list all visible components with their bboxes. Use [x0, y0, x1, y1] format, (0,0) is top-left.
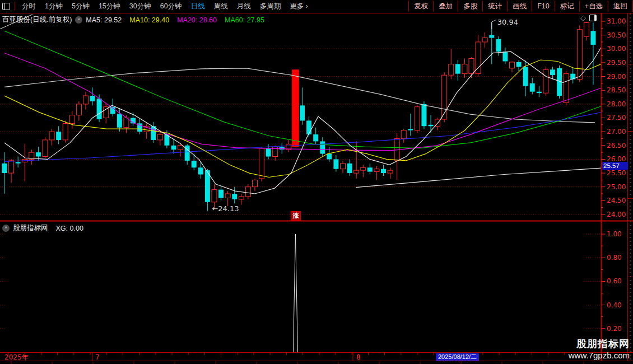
watermark: 股朋指标网 www.7gpzb.com [569, 337, 630, 360]
ma20-legend: MA20: 28.60 [177, 16, 217, 24]
month-label: 8 [356, 353, 361, 361]
month-label: 7 [95, 353, 100, 361]
svg-text:27.50: 27.50 [607, 114, 626, 122]
svg-text:30.94: 30.94 [497, 18, 518, 26]
svg-text:0.20: 0.20 [607, 325, 622, 333]
chevron-down-icon[interactable]: ˅ [2, 225, 10, 232]
period-item-8[interactable]: 月线 [232, 2, 255, 11]
signal-bar [292, 69, 299, 147]
indicator-header: ˅ 股朋指标网 XG: 0.00 [2, 223, 83, 233]
svg-text:0.60: 0.60 [607, 277, 622, 285]
svg-text:29.50: 29.50 [607, 59, 626, 67]
period-item-4[interactable]: 30分钟 [125, 2, 156, 11]
period-item-3[interactable]: 15分钟 [94, 2, 125, 11]
ma-long-white [4, 68, 595, 123]
svg-text:24.50: 24.50 [607, 197, 626, 204]
period-item-7[interactable]: 周线 [210, 2, 232, 11]
action-buttons: 复权叠加多股统计画线F10标记+自选返回 [408, 1, 633, 12]
svg-text:28.50: 28.50 [607, 86, 626, 94]
period-item-9[interactable]: 多周期 [255, 2, 286, 11]
action-button-1[interactable]: 叠加 [434, 1, 458, 12]
svg-text:25.00: 25.00 [607, 183, 626, 191]
svg-text:30.00: 30.00 [607, 45, 626, 53]
action-button-8[interactable]: 返回 [608, 1, 633, 12]
period-item-6[interactable]: 日线 [187, 2, 210, 11]
candlestick-chart[interactable]: 30.94←24.1331.0030.5030.0029.5029.0028.5… [0, 0, 633, 364]
svg-text:30.50: 30.50 [607, 31, 626, 39]
action-button-4[interactable]: 画线 [508, 1, 532, 12]
date-highlight: 2025/08/12/二 [436, 353, 479, 361]
period-item-5[interactable]: 60分钟 [156, 2, 187, 11]
window-split-icon[interactable] [2, 3, 10, 10]
ma5-legend: MA5: 29.52 [86, 16, 122, 24]
svg-text:27.00: 27.00 [607, 128, 626, 136]
period-item-10[interactable]: 更多 › [285, 2, 313, 11]
chart-header: 百亚股份(日线.前复权) ˅ MA5: 29.52 MA10: 29.40 MA… [2, 15, 272, 25]
stock-title: 百亚股份(日线.前复权) [2, 15, 72, 25]
side-scroll-strip[interactable] [627, 13, 633, 361]
svg-text:25.50: 25.50 [607, 169, 626, 177]
app-window: 30.94←24.1331.0030.5030.0029.5029.0028.5… [0, 0, 633, 364]
action-button-0[interactable]: 复权 [409, 1, 434, 12]
svg-text:←24.13: ←24.13 [212, 204, 239, 213]
indicator-title: 股朋指标网 [13, 223, 48, 233]
toolbar-separator [15, 2, 15, 11]
period-item-2[interactable]: 5分钟 [67, 2, 94, 11]
svg-text:28.00: 28.00 [607, 100, 626, 108]
indicator-spike [293, 234, 297, 352]
ma60-legend: MA60: 27.95 [225, 16, 264, 24]
year-label: 2025年 [4, 353, 29, 361]
layout-icon[interactable] [589, 15, 597, 21]
action-button-2[interactable]: 多股 [458, 1, 483, 12]
indicator-value: XG: 0.00 [56, 225, 83, 232]
svg-text:26.50: 26.50 [607, 142, 626, 150]
action-button-6[interactable]: 标记 [555, 1, 580, 12]
svg-text:1.00: 1.00 [607, 230, 622, 238]
signal-badge: 涨 [291, 211, 301, 221]
period-item-0[interactable]: 分时 [17, 2, 40, 11]
chevron-down-icon[interactable]: ˅ [75, 16, 82, 24]
svg-text:31.00: 31.00 [607, 17, 626, 25]
pane-icons: ◇ [580, 14, 597, 21]
ma60-green [4, 31, 601, 148]
watermark-title: 股朋指标网 [569, 337, 630, 351]
svg-text:24.00: 24.00 [607, 211, 626, 218]
svg-text:0.80: 0.80 [607, 254, 622, 262]
top-toolbar: 分时1分钟5分钟15分钟30分钟60分钟日线周线月线多周期更多 › 复权叠加多股… [0, 0, 633, 12]
action-button-3[interactable]: 统计 [483, 1, 508, 12]
action-button-5[interactable]: F10 [532, 1, 555, 12]
watermark-url: www.7gpzb.com [569, 351, 630, 360]
svg-text:0.40: 0.40 [607, 301, 622, 309]
period-item-1[interactable]: 1分钟 [40, 2, 67, 11]
action-button-7[interactable]: +自选 [580, 1, 608, 12]
period-menu: 分时1分钟5分钟15分钟30分钟60分钟日线周线月线多周期更多 › [17, 2, 313, 11]
svg-text:29.00: 29.00 [607, 73, 626, 81]
diamond-icon[interactable]: ◇ [580, 14, 586, 21]
current-price-tag: 25.57 [602, 162, 628, 170]
ma10-legend: MA10: 29.40 [129, 16, 169, 24]
